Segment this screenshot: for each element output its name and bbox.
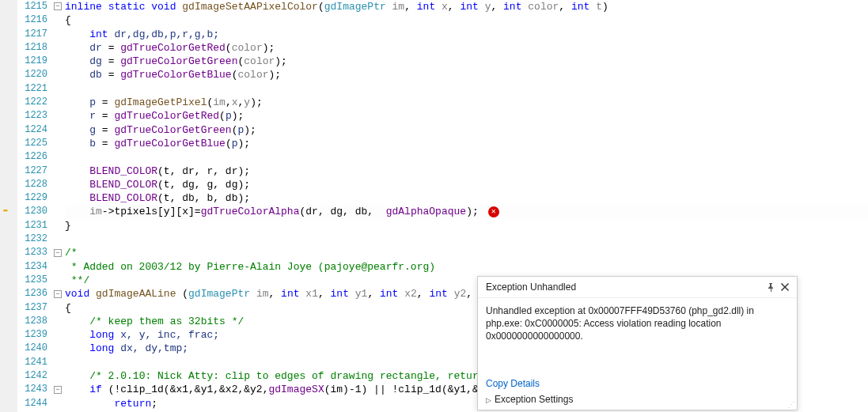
popup-title: Exception Unhandled [486, 282, 764, 293]
copy-details-link[interactable]: Copy Details [486, 378, 789, 389]
line-number-gutter: 1215121612171218121912201221122212231224… [17, 0, 52, 412]
current-statement-arrow-icon: ➨ [3, 206, 9, 216]
fold-toggle-icon[interactable]: − [54, 2, 62, 10]
popup-header: Exception Unhandled [478, 277, 797, 298]
fold-toggle-icon[interactable]: − [54, 386, 62, 394]
popup-message: Unhandled exception at 0x00007FFF49D5376… [478, 298, 797, 350]
exception-popup: Exception Unhandled Unhandled exception … [477, 276, 798, 410]
exception-settings-expander[interactable]: Exception Settings [486, 394, 573, 405]
fold-toggle-icon[interactable]: − [54, 249, 62, 257]
fold-gutter: − − − − [52, 0, 65, 412]
resize-grip-icon[interactable]: ⋰ [787, 400, 795, 408]
glyph-margin: ➨ [0, 0, 17, 412]
fold-toggle-icon[interactable]: − [54, 290, 62, 298]
error-icon[interactable]: ✕ [488, 206, 499, 217]
pin-icon[interactable] [764, 280, 778, 294]
close-icon[interactable] [778, 280, 792, 294]
